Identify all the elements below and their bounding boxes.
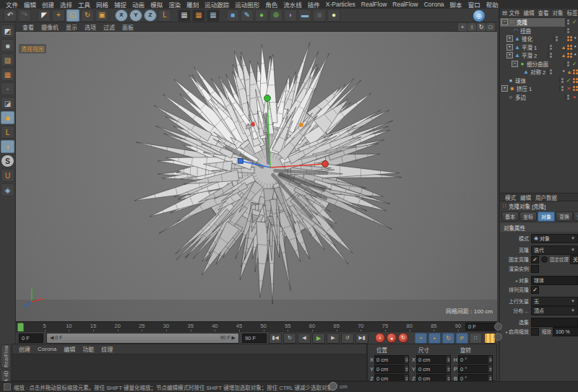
tree-row-3[interactable]: +▲平滑 1·▲*	[500, 43, 578, 52]
am-menu-0[interactable]: 模式	[503, 193, 518, 201]
visibility-dots-icon[interactable]	[553, 36, 559, 42]
stepper-icon[interactable]	[447, 356, 450, 363]
menu-item-19[interactable]: Corona	[421, 1, 447, 8]
add-generator-icon[interactable]: ●	[255, 9, 268, 22]
add-mograph-icon[interactable]: ⊛	[269, 9, 282, 22]
key-parameter-toggle[interactable]: P	[456, 333, 468, 344]
record-keyframe-button[interactable]: +	[375, 333, 385, 343]
visibility-dots-icon[interactable]	[559, 77, 565, 83]
om-menu-2[interactable]: 查看	[536, 9, 551, 17]
text-input[interactable]	[531, 318, 578, 327]
timeline-option-button-2[interactable]	[494, 333, 502, 341]
layout-globe-icon[interactable]: ⊕	[473, 9, 486, 22]
key-scale-toggle[interactable]: ▪	[428, 333, 441, 344]
coord-system-icon[interactable]: L	[158, 9, 171, 22]
record-autokey-button[interactable]: ↻	[398, 333, 408, 343]
goto-end-button[interactable]: ▶▮	[355, 333, 368, 344]
menu-item-8[interactable]: 模拟	[147, 0, 165, 9]
om-menu-3[interactable]: 对象	[551, 9, 565, 17]
add-camera-icon[interactable]: ◙	[313, 9, 326, 22]
lock-x-icon[interactable]: X	[115, 9, 128, 22]
menu-item-6[interactable]: 捕捉	[111, 0, 129, 9]
menu-item-4[interactable]: 工具	[75, 0, 93, 9]
checkbox[interactable]: ✓	[531, 256, 539, 263]
enable-state-icon[interactable]: ×	[565, 85, 572, 92]
visibility-dots-icon[interactable]	[548, 44, 553, 50]
selection-input[interactable]: 选集	[501, 318, 578, 326]
goto-start-button[interactable]: ▮◀	[269, 333, 282, 344]
menu-item-2[interactable]: 创建	[39, 0, 57, 9]
visibility-dots-icon[interactable]	[565, 19, 571, 25]
menu-item-16[interactable]: X-Particles	[323, 1, 358, 8]
menu-item-20[interactable]: 脚本	[447, 0, 465, 9]
timeline-ruler[interactable]: 051015202530354045505560657075808590 0 F	[16, 321, 497, 332]
last-tool-icon[interactable]: ▣	[95, 9, 108, 22]
enable-state-icon[interactable]: ·	[553, 53, 561, 58]
phong-tag-icon[interactable]: ▲	[561, 53, 566, 58]
points-mode-icon[interactable]: ▫	[1, 82, 14, 95]
viewport-menu-4[interactable]: 过滤	[100, 23, 118, 31]
tree-row-1[interactable]: ◠扭曲·	[500, 27, 578, 35]
align-clone-check[interactable]: 排列克隆✓	[501, 285, 578, 294]
record-position-button[interactable]: ●	[387, 333, 397, 343]
menu-item-15[interactable]: 插件	[305, 0, 323, 9]
selection-tag-icon[interactable]: *	[561, 69, 566, 74]
checkbox[interactable]	[531, 328, 539, 336]
menu-item-22[interactable]: 帮助	[483, 0, 501, 9]
checkbox[interactable]	[531, 265, 539, 273]
model-mode-icon[interactable]: ■	[1, 39, 14, 52]
loop-button[interactable]: ↺	[341, 333, 354, 344]
stepper-icon[interactable]	[488, 356, 492, 363]
enable-state-icon[interactable]: ✓	[565, 77, 572, 84]
timeline-option-button-1[interactable]	[494, 323, 502, 331]
lock-z-icon[interactable]: Z	[144, 9, 157, 22]
stepper-icon[interactable]	[405, 356, 408, 363]
stepper-icon[interactable]	[488, 365, 492, 373]
side-tab-0[interactable]: RealFlow	[1, 344, 11, 368]
undo-icon[interactable]: ↶	[4, 9, 17, 22]
expander-icon[interactable]: +	[506, 52, 513, 58]
viewport-menu-0[interactable]: 查看	[19, 23, 38, 31]
menu-item-0[interactable]: 文件	[3, 0, 21, 9]
add-deformer-icon[interactable]: ◗	[284, 9, 297, 22]
stepper-icon[interactable]	[405, 365, 408, 373]
workplane-icon[interactable]: ◈	[1, 183, 14, 196]
dropdown-control[interactable]: ◉对象▼	[531, 234, 578, 243]
key-position-toggle[interactable]: +	[415, 333, 427, 344]
attribute-tab-1[interactable]: 坐标	[519, 212, 537, 222]
coordinate-input[interactable]: 0 cm	[416, 355, 451, 364]
menu-item-7[interactable]: 动画	[129, 0, 147, 9]
play-button[interactable]: ▶	[312, 333, 325, 344]
enable-state-icon[interactable]: ·	[553, 45, 561, 49]
visibility-dots-icon[interactable]	[548, 53, 553, 58]
expander-icon[interactable]: −	[512, 61, 518, 67]
selection-tag-icon[interactable]: *	[572, 45, 578, 50]
phong-tag-icon[interactable]: ▲	[561, 45, 566, 50]
material-menu-0[interactable]: 创建	[15, 345, 34, 353]
visibility-dots-icon[interactable]	[565, 27, 571, 33]
tree-row-9[interactable]: ○多边×	[500, 93, 578, 102]
enable-state-icon[interactable]: ·	[553, 70, 561, 74]
mini-dropdown[interactable]: 关闭▼	[570, 255, 578, 264]
texture-mode-icon[interactable]: ▨	[1, 53, 14, 66]
viewport-menu-1[interactable]: 摄像机	[38, 23, 62, 31]
add-spline-icon[interactable]: ✎	[241, 9, 254, 22]
lock-y-icon[interactable]: Y	[129, 9, 142, 22]
pan-view-icon[interactable]: +	[458, 23, 467, 31]
render-instance-check[interactable]: 渲染实例	[501, 264, 578, 273]
scale-tool-icon[interactable]: ◱	[66, 9, 79, 22]
mograph-tag-icon[interactable]	[566, 44, 572, 50]
dropdown-control[interactable]: 无▼	[531, 297, 578, 306]
am-menu-1[interactable]: 编辑	[518, 193, 533, 201]
tree-row-2[interactable]: +▲锥化·*	[500, 35, 578, 43]
visibility-dots-icon[interactable]	[565, 94, 571, 100]
viewport-canvas[interactable]: 透视视图 网格间距 : 100 cm	[16, 32, 497, 321]
value-field[interactable]: 100 %	[553, 327, 578, 336]
edges-mode-icon[interactable]: ◪	[1, 97, 14, 110]
expander-icon[interactable]: +	[506, 35, 513, 42]
viewport-menu-2[interactable]: 显示	[62, 23, 81, 31]
dropdown-control[interactable]: 迭代▼	[531, 245, 578, 255]
dropdown-control[interactable]: 顶点▼	[531, 306, 578, 315]
menu-item-5[interactable]: 网格	[93, 0, 111, 9]
tree-row-8[interactable]: +■挤压 1×	[500, 84, 578, 93]
